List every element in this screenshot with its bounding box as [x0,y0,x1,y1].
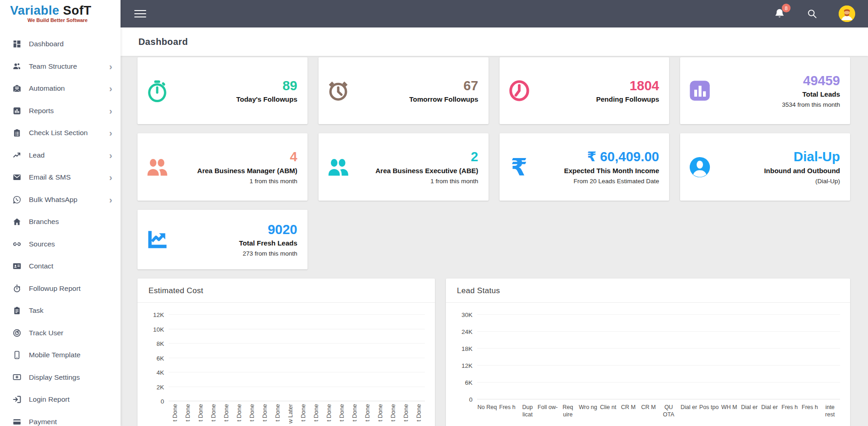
x-axis-label: Foll ow- [538,404,558,411]
main-area: 8 Dashboard 89Today's Followups67Tomorro… [121,0,868,426]
x-axis-label: Dial er [739,404,759,411]
estimated-cost-chart: 02K4K6K8K10K12Kt Donet Donet Donet Donet… [137,303,435,424]
user-avatar[interactable] [839,5,855,22]
stat-value: 89 [177,78,297,93]
sidebar-item-label: Bulk WhatsApp [29,196,109,204]
sidebar-item-label: Dashboard [29,40,112,48]
x-axis-label: No Req [477,404,497,411]
sidebar-item-lead[interactable]: Lead› [0,144,121,167]
sidebar-item-payment[interactable]: Payment [0,411,121,426]
dashboard-icon [12,39,22,49]
sidebar-item-email-sms[interactable]: Email & SMS› [0,166,121,189]
mobile-template-icon [12,350,22,360]
sidebar-item-label: Lead [29,151,109,159]
automation-icon [12,84,22,93]
stat-value: 2 [358,149,478,164]
stat-sublabel: 1 from this month [177,178,297,185]
x-axis-label: Clie nt [598,404,618,411]
y-axis-tick-label: 0 [160,398,164,405]
sidebar-item-label: Automation [29,84,109,93]
page-title: Dashboard [138,37,188,47]
stat-value: 49459 [720,73,840,88]
x-axis-label: t Done [197,404,204,421]
task-icon [12,306,22,316]
x-axis: t Donet Donet Donet Donet Donet Donet Do… [137,401,435,424]
sidebar-item-track-user[interactable]: Track User [0,322,121,344]
sidebar-item-login-report[interactable]: Login Report [0,388,121,411]
charts-row: Estimated Cost 02K4K6K8K10K12Kt Donet Do… [137,279,850,426]
chevron-right-icon: › [109,173,112,182]
stat-label: Inbound and Outbound [720,167,840,175]
sidebar-item-mobile-template[interactable]: Mobile Template [0,344,121,366]
stat-value: 9020 [177,222,297,237]
x-axis-label: Dup licat [517,404,538,419]
sidebar-item-task[interactable]: Task [0,300,121,322]
chevron-right-icon: › [109,151,112,160]
stat-label: Tomorrow Followups [358,95,478,103]
x-axis-label: t Done [325,404,332,421]
chevron-right-icon: › [109,195,112,204]
x-axis-label: t Done [351,404,358,421]
sidebar-item-team-structure[interactable]: Team Structure› [0,55,121,78]
x-axis-label: t Done [390,404,396,421]
sidebar-item-contact[interactable]: Contact [0,255,121,278]
sidebar-item-label: Display Settings [29,373,112,382]
sidebar-item-reports[interactable]: Reports› [0,100,121,122]
sidebar-item-label: Reports [29,107,109,115]
search-icon [807,8,818,19]
lead-icon [12,150,22,160]
y-axis-tick-label: 6K [465,379,472,386]
sidebar: Variable SofT We Build Better Software D… [0,0,121,426]
sidebar-item-bulk-whatsapp[interactable]: Bulk WhatsApp› [0,189,121,211]
y-axis-tick-label: 2K [156,383,164,390]
reports-icon [12,106,22,115]
stat-value: 67 [358,78,478,93]
stat-card-pending-followups: 1804Pending Followups [500,57,670,124]
x-axis-label: t Done [274,404,281,421]
sidebar-item-sources[interactable]: Sources [0,233,121,256]
sidebar-item-dashboard[interactable]: Dashboard [0,33,121,55]
sidebar-item-display-settings[interactable]: Display Settings [0,366,121,389]
x-axis-label: Fres h [800,404,820,411]
brand-logo[interactable]: Variable SofT We Build Better Software [0,0,121,27]
plot-area [169,315,425,401]
topbar: 8 [121,0,868,27]
sidebar-item-branches[interactable]: Branches [0,211,121,233]
stat-value: 4 [177,149,297,164]
notifications-button[interactable]: 8 [774,8,786,20]
search-button[interactable] [807,8,818,19]
stat-card-tomorrow-followups: 67Tomorrow Followups [319,57,489,124]
content: 89Today's Followups67Tomorrow Followups1… [121,56,868,426]
stat-label: Total Leads [720,90,840,98]
sidebar-item-label: Sources [29,240,112,248]
x-axis-label: t Done [236,404,242,421]
stat-card-area-business-manager-abm: 4Area Business Manager (ABM)1 from this … [137,133,308,201]
rupee-icon: ₹ [500,155,539,179]
sidebar-item-automation[interactable]: Automation› [0,77,121,100]
display-settings-icon [12,372,22,382]
hamburger-menu-icon[interactable] [134,8,146,20]
x-axis-label: Req uire [558,404,578,419]
followup-report-icon [12,284,22,293]
x-axis-label: Wro ng [578,404,598,411]
check-list-icon [12,128,22,138]
stat-sublabel: 3534 from this month [720,101,840,108]
lead-status-chart: 06K12K18K24K30KNo ReqFres hDup licatFoll… [446,303,850,419]
x-axis: No ReqFres hDup licatFoll ow-Req uireWro… [446,399,850,419]
estimated-cost-panel: Estimated Cost 02K4K6K8K10K12Kt Donet Do… [137,279,435,426]
x-axis-label: t Done [210,404,217,421]
brand-logo-text: Variable SofT [10,5,121,17]
stat-sublabel: 1 from this month [358,178,478,185]
x-axis-label: t Done [377,404,384,421]
sidebar-item-check-list-section[interactable]: Check List Section› [0,122,121,144]
sidebar-item-followup-report[interactable]: Followup Report [0,278,121,300]
stat-label: Area Business Executive (ABE) [358,167,478,175]
lead-status-panel: Lead Status 06K12K18K24K30KNo ReqFres hD… [446,279,850,426]
y-axis-tick-label: 12K [461,362,472,369]
chart-title: Lead Status [446,279,850,302]
y-axis-tick-label: 8K [156,340,164,347]
stat-cards-grid: 89Today's Followups67Tomorrow Followups1… [137,57,850,269]
stat-value: ₹ 60,409.00 [539,149,659,164]
chevron-right-icon: › [109,62,112,71]
stat-value: 1804 [539,78,659,93]
